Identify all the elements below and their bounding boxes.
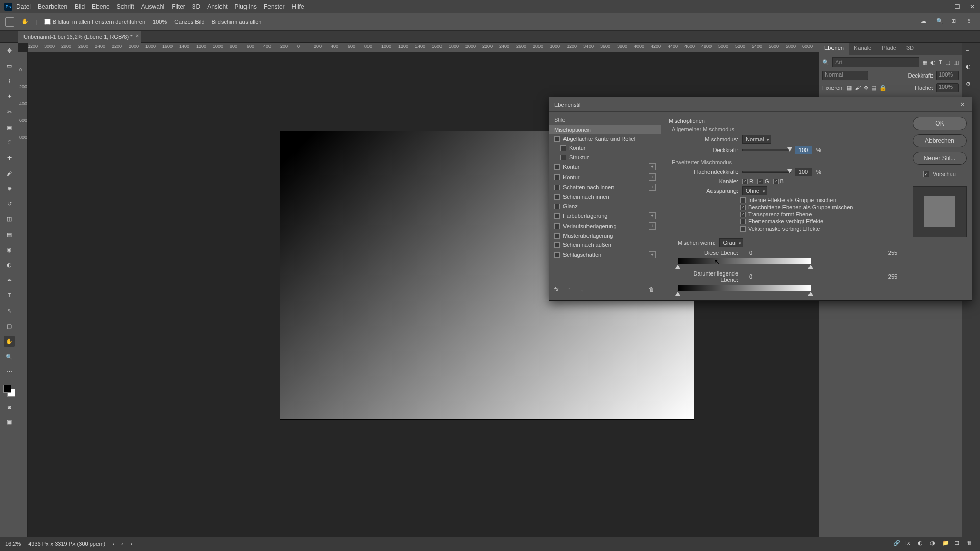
add-effect-icon[interactable]: + [649,251,656,258]
style-checkbox[interactable] [554,174,560,180]
eraser-tool-icon[interactable]: ◫ [4,213,15,224]
style-row[interactable]: Abgeflachte Kante und Relief [549,134,661,143]
layers-icon[interactable]: ≡ [966,46,976,56]
dialog-close-icon[interactable]: ✕ [958,100,967,109]
fill-opacity-slider[interactable] [742,171,791,173]
add-effect-icon[interactable]: + [649,184,656,191]
lock-image-icon[interactable]: 🖌 [855,85,861,91]
healing-tool-icon[interactable]: ✚ [4,152,15,163]
checkbox-box[interactable] [740,219,746,224]
style-row[interactable]: Glanz [549,202,661,211]
new-layer-icon[interactable]: ⊞ [954,540,963,548]
style-checkbox[interactable] [554,242,560,248]
style-checkbox[interactable] [560,145,566,151]
filter-type-icon[interactable]: T [939,59,942,66]
fill-screen-button[interactable]: Bildschirm ausfüllen [212,19,262,25]
channel-r-checkbox[interactable]: R [742,178,753,184]
add-effect-icon[interactable]: + [649,222,656,230]
document-tab[interactable]: Unbenannt-1 bei 16,2% (Ebene 1, RGB/8) *… [18,31,141,43]
opacity-value[interactable]: 100% [936,71,959,80]
add-effect-icon[interactable]: + [649,173,656,181]
workspace-icon[interactable]: ⊞ [951,18,960,26]
zoom-level[interactable]: 100% [153,19,167,25]
menu-window[interactable]: Fenster [264,3,285,10]
menu-filter[interactable]: Filter [172,3,185,10]
scroll-all-checkbox-box[interactable] [44,19,51,25]
status-nav-left-icon[interactable]: ‹ [121,541,124,547]
style-row[interactable]: Farbüberlagerung+ [549,211,661,221]
opacity-slider[interactable] [742,149,791,151]
fill-value[interactable]: 100% [936,83,959,92]
checkbox-box[interactable] [740,197,746,203]
fit-canvas-button[interactable]: Ganzes Bild [174,19,204,25]
filter-adjust-icon[interactable]: ◐ [930,59,936,66]
status-zoom[interactable]: 16,2% [5,541,21,547]
fill-opacity-input[interactable]: 100 [795,168,812,176]
zoom-tool-icon[interactable]: 🔍 [4,351,15,362]
fx-menu-icon[interactable]: fx [554,286,561,293]
quickmask-icon[interactable]: ◙ [4,401,15,412]
style-row[interactable]: Kontur+ [549,172,661,182]
wand-tool-icon[interactable]: ✦ [4,91,15,102]
lasso-tool-icon[interactable]: ⌇ [4,76,15,87]
fx-icon[interactable]: fx [905,540,914,548]
style-checkbox[interactable] [554,194,560,200]
move-tool-icon[interactable]: ✥ [4,45,15,56]
style-checkbox[interactable] [554,233,560,239]
style-checkbox[interactable] [554,252,560,258]
style-row[interactable]: Schein nach außen [549,240,661,249]
mask-icon[interactable]: ◐ [918,540,926,548]
link-icon[interactable]: 🔗 [893,540,901,548]
menu-view[interactable]: Ansicht [207,3,227,10]
home-icon[interactable] [5,17,14,27]
type-tool-icon[interactable]: T [4,290,15,301]
search-icon[interactable]: 🔍 [936,18,944,26]
trash-icon[interactable]: 🗑 [649,286,656,293]
opacity-input[interactable]: 100 [795,146,812,154]
move-down-icon[interactable]: ↓ [581,286,588,293]
style-checkbox[interactable] [554,223,560,229]
menu-3d[interactable]: 3D [192,3,200,10]
screenmode-icon[interactable]: ▣ [4,416,15,428]
checkbox-box[interactable] [740,226,746,232]
frame-tool-icon[interactable]: ▣ [4,121,15,133]
minimize-button[interactable]: — [934,0,949,13]
more-tools-icon[interactable]: ⋯ [4,366,15,378]
adjustment-layer-icon[interactable]: ◑ [930,540,938,548]
menu-help[interactable]: Hilfe [292,3,304,10]
share-icon[interactable]: ⇪ [967,18,975,26]
channel-g-checkbox[interactable]: G [757,178,769,184]
fg-color-swatch[interactable] [3,385,11,393]
advanced-checkbox[interactable]: Ebenenmaske verbirgt Effekte [669,218,900,225]
tab-channels[interactable]: Kanäle [849,43,876,55]
lock-transparency-icon[interactable]: ▦ [847,85,852,91]
add-effect-icon[interactable]: + [649,163,656,170]
blend-mode-select[interactable]: Normal [822,71,868,80]
close-button[interactable]: ✕ [965,0,980,13]
style-row[interactable]: Schlagschatten+ [549,249,661,260]
properties-icon[interactable]: ⚙ [966,81,976,91]
style-checkbox[interactable] [554,185,560,190]
panel-menu-icon[interactable]: ≡ [950,43,962,55]
under-layer-slider[interactable] [678,285,811,291]
gradient-tool-icon[interactable]: ▤ [4,229,15,240]
blendmode-select[interactable]: Normal [742,135,771,144]
style-checkbox[interactable] [554,136,560,142]
status-arrow-icon[interactable]: › [112,541,114,547]
channel-b-checkbox[interactable]: B [773,178,784,184]
advanced-checkbox[interactable]: Transparenz formt Ebene [669,211,900,218]
eyedropper-tool-icon[interactable]: ℐ [4,137,15,148]
close-tab-icon[interactable]: × [136,33,139,39]
style-row[interactable]: Schein nach innen [549,192,661,202]
stamp-tool-icon[interactable]: ⊕ [4,183,15,194]
tab-layers[interactable]: Ebenen [819,43,849,55]
cloud-icon[interactable]: ☁ [921,18,929,26]
dodge-tool-icon[interactable]: ◐ [4,259,15,270]
adjustments-icon[interactable]: ◐ [966,63,976,73]
advanced-checkbox[interactable]: Vektormaske verbirgt Effekte [669,225,900,232]
color-swatch[interactable] [3,385,15,397]
advanced-checkbox[interactable]: Beschnittene Ebenen als Gruppe mischen [669,204,900,211]
group-icon[interactable]: 📁 [942,540,950,548]
hand-tool-icon[interactable]: ✋ [4,336,15,347]
advanced-checkbox[interactable]: Interne Effekte als Gruppe mischen [669,196,900,204]
